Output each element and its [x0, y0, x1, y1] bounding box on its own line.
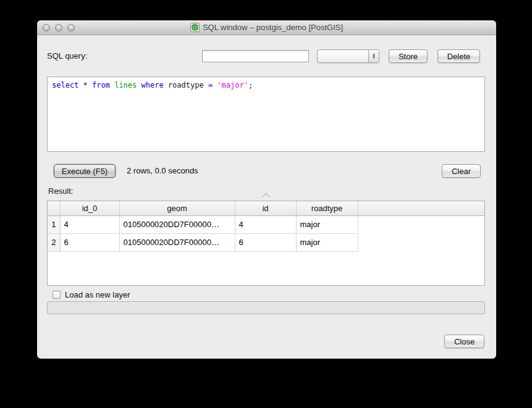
row-filler	[358, 215, 484, 233]
sql-code-line: select * from lines where roadtype = 'ma…	[52, 80, 480, 90]
load-as-new-layer-row: Load as new layer	[53, 289, 130, 299]
store-button[interactable]: Store	[389, 49, 428, 63]
result-table: id_0 geom id roadtype 1 4 0105000020DD7F…	[47, 201, 485, 286]
column-header-roadtype[interactable]: roadtype	[296, 201, 358, 215]
cell-id[interactable]: 4	[235, 215, 296, 233]
close-button[interactable]: Close	[444, 335, 484, 348]
execute-button[interactable]: Execute (F5)	[54, 164, 116, 178]
column-header-id0[interactable]: id_0	[60, 201, 119, 215]
query-name-input[interactable]	[202, 50, 309, 62]
sql-editor[interactable]: select * from lines where roadtype = 'ma…	[47, 77, 485, 152]
sql-database-icon	[190, 23, 200, 32]
clear-button[interactable]: Clear	[442, 164, 481, 178]
row-number-cell[interactable]: 2	[48, 233, 60, 251]
cell-geom[interactable]: 0105000020DD7F00000…	[119, 215, 235, 233]
cell-roadtype[interactable]: major	[296, 215, 358, 233]
row-filler	[358, 233, 484, 251]
sql-query-label: SQL query:	[47, 50, 87, 62]
cell-id[interactable]: 6	[235, 233, 296, 251]
table-row[interactable]: 1 4 0105000020DD7F00000… 4 major	[48, 215, 484, 233]
table-row[interactable]: 2 6 0105000020DD7F00000… 6 major	[48, 233, 484, 251]
status-text: 2 rows, 0.0 seconds	[127, 164, 198, 178]
close-window-button[interactable]	[43, 24, 50, 31]
column-header-geom[interactable]: geom	[119, 201, 235, 215]
cell-geom[interactable]: 0105000020DD7F00000…	[119, 233, 235, 251]
stored-query-combo[interactable]: ▲▼	[317, 49, 379, 63]
layer-name-field	[47, 301, 485, 314]
table-header-row: id_0 geom id roadtype	[48, 201, 484, 215]
title-area: SQL window – postgis_demo [PostGIS]	[190, 23, 343, 32]
titlebar[interactable]: SQL window – postgis_demo [PostGIS]	[37, 20, 496, 35]
dialog-content: SQL query: ▲▼ Store Delete select * from…	[37, 35, 496, 359]
sql-window: SQL window – postgis_demo [PostGIS] SQL …	[37, 20, 496, 359]
traffic-lights	[43, 20, 75, 35]
result-label: Result:	[48, 186, 73, 196]
cell-id0[interactable]: 6	[60, 233, 119, 251]
row-number-header	[48, 201, 60, 215]
column-header-id[interactable]: id	[235, 201, 296, 215]
delete-button[interactable]: Delete	[437, 49, 480, 63]
load-as-new-layer-label: Load as new layer	[65, 290, 130, 299]
combo-stepper-icon: ▲▼	[368, 50, 379, 62]
load-as-new-layer-checkbox[interactable]	[53, 291, 61, 299]
row-number-cell[interactable]: 1	[48, 215, 60, 233]
zoom-window-button[interactable]	[67, 24, 75, 31]
splitter-grip-icon[interactable]	[261, 193, 271, 199]
cell-roadtype[interactable]: major	[296, 233, 358, 251]
cell-id0[interactable]: 4	[60, 215, 119, 233]
minimize-window-button[interactable]	[55, 24, 62, 31]
header-filler	[358, 201, 484, 215]
window-title: SQL window – postgis_demo [PostGIS]	[203, 23, 343, 32]
